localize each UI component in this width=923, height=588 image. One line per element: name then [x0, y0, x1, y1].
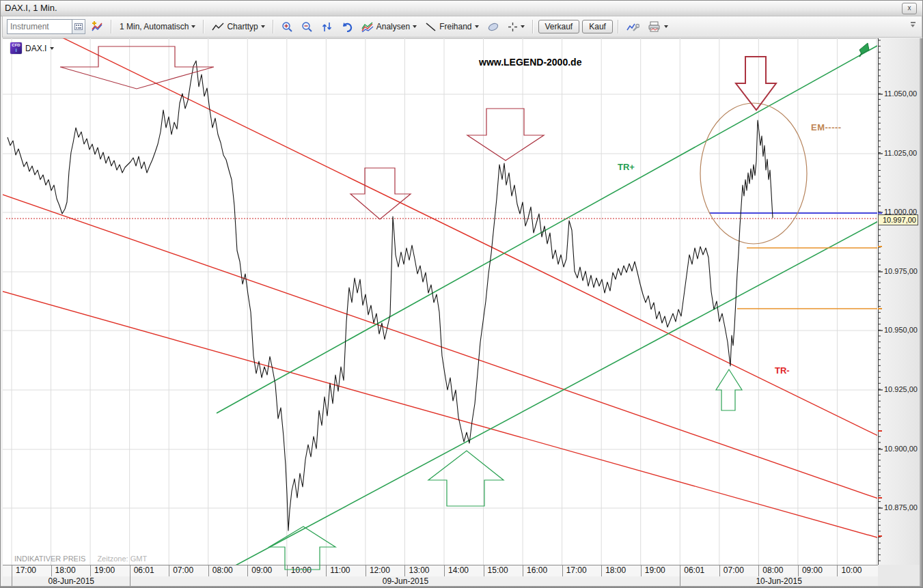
date-axis-label: 08-Jun-2015: [12, 576, 130, 586]
crosshair-icon: [508, 22, 518, 32]
chevron-down-icon: [413, 25, 417, 28]
instrument-legend[interactable]: CFDi DAX.I: [10, 42, 54, 54]
undo-button[interactable]: [338, 20, 356, 34]
price-axis-label: 11.050,00: [884, 89, 917, 98]
time-axis-label: 09:00: [798, 565, 838, 576]
time-axis-label: 16:00: [523, 565, 562, 576]
chart-window: DAX.I, 1 Min. x 1 Min, Automatisch Chart: [0, 0, 923, 588]
time-axis-label: 19:00: [90, 565, 130, 576]
price-axis-label: 11.025,00: [884, 149, 917, 157]
zoom-out-button[interactable]: [299, 20, 316, 34]
toolbar-separator: [273, 20, 274, 33]
chevron-down-icon: [475, 25, 479, 28]
toolbar-separator: [111, 20, 112, 33]
time-axis-label: 18:00: [51, 565, 91, 576]
time-axis-label: 19:00: [641, 565, 680, 576]
chart-plot-area[interactable]: [3, 38, 878, 565]
zoom-in-button[interactable]: [279, 20, 296, 34]
analyses-dropdown[interactable]: Analysen: [359, 20, 419, 33]
time-axis-label: 13:00: [404, 565, 444, 576]
analyses-label: Analysen: [376, 22, 410, 31]
time-axis-label: 12:00: [366, 565, 405, 576]
title-bar[interactable]: DAX.I, 1 Min. x: [1, 1, 922, 16]
freehand-label: Freihand: [439, 22, 471, 31]
date-axis-label: 09-Jun-2015: [130, 576, 681, 586]
indicative-price-label: INDIKATIVER PREIS: [14, 555, 85, 563]
time-axis-label: 07:00: [169, 565, 208, 576]
crosshair-dropdown[interactable]: [505, 20, 527, 33]
toolbar-separator: [203, 20, 204, 33]
date-axis-label: 10-Jun-2015: [680, 576, 877, 586]
price-axis-label: 10.975,00: [884, 267, 918, 275]
current-price-label: 10.997,00: [878, 214, 918, 225]
pan-arrows-icon: [321, 21, 333, 33]
time-axis-label: 14:00: [444, 565, 484, 576]
close-icon: x: [908, 4, 911, 12]
timezone-label: Zeitzone: GMT: [97, 555, 147, 563]
analyses-icon: [361, 22, 374, 32]
close-button[interactable]: x: [902, 3, 917, 14]
chart-add-button[interactable]: [88, 19, 106, 34]
price-axis-label: 10.875,00: [884, 503, 918, 512]
sell-button[interactable]: Verkauf: [538, 20, 580, 33]
toolbar-overflow-button[interactable]: [909, 22, 918, 30]
time-axis-label: 10:00: [287, 565, 327, 576]
chart-wrench-icon: [626, 21, 639, 33]
chevron-down-icon: [521, 25, 525, 28]
pan-scale-button[interactable]: [318, 20, 335, 34]
chevron-down-icon: [261, 25, 265, 28]
zoom-in-icon: [281, 21, 293, 33]
right-scroll-strip[interactable]: [920, 38, 922, 586]
eraser-icon: [487, 22, 499, 32]
price-axis-label: 10.925,00: [884, 385, 918, 393]
charttype-label: Charttyp: [227, 22, 258, 31]
time-axis-label: 11:00: [326, 565, 366, 576]
print-dropdown[interactable]: [645, 20, 671, 33]
time-axis-label: 17:00: [562, 565, 602, 576]
instrument-input[interactable]: [7, 19, 72, 34]
buy-button[interactable]: Kauf: [582, 20, 613, 33]
cfd-badge-icon: CFDi: [10, 42, 22, 54]
toolbar-separator: [532, 20, 534, 33]
time-axis-label: 07:00: [719, 565, 759, 576]
toolbar: 1 Min, Automatisch Charttyp: [2, 16, 922, 38]
status-text: INDIKATIVER PREIS Zeitzone: GMT: [14, 555, 147, 563]
time-axis-label: 06:01: [680, 565, 719, 576]
zoom-out-icon: [301, 21, 313, 33]
time-axis-label: 09:00: [247, 565, 287, 576]
time-axis-label: 15:00: [484, 565, 523, 576]
time-axis-label: 08:00: [758, 565, 798, 576]
chart-add-icon: [91, 20, 103, 33]
undo-icon: [341, 21, 353, 33]
chart-tools-button[interactable]: [624, 20, 642, 34]
date-axis: 08-Jun-201509-Jun-201510-Jun-2015: [3, 576, 878, 587]
price-axis[interactable]: 11.050,0011.025,0011.000,0010.975,0010.9…: [878, 38, 920, 565]
time-axis[interactable]: 17:0018:0019:0006:0107:0008:0009:0010:00…: [3, 565, 878, 577]
keyboard-icon: [74, 23, 83, 30]
time-axis-label: 18:00: [601, 565, 641, 576]
axis-corner: [878, 565, 920, 586]
charttype-icon: [212, 22, 224, 31]
instrument-lookup-button[interactable]: [72, 19, 85, 34]
chevron-down-icon: [664, 25, 668, 28]
toolbar-separator: [618, 20, 619, 33]
timeframe-label: 1 Min, Automatisch: [120, 22, 189, 31]
charttype-dropdown[interactable]: Charttyp: [209, 20, 267, 33]
time-axis-label: 10:00: [837, 565, 877, 576]
eraser-button[interactable]: [484, 20, 502, 33]
price-axis-label: 10.950,00: [884, 326, 918, 334]
time-axis-label: 08:00: [208, 565, 248, 576]
freehand-dropdown[interactable]: Freihand: [422, 20, 481, 33]
chevron-down-icon: [191, 25, 195, 28]
price-axis-label: 10.900,00: [884, 445, 918, 453]
freehand-line-icon: [425, 22, 437, 32]
printer-icon: [648, 21, 661, 32]
window-title: DAX.I, 1 Min.: [5, 3, 57, 13]
time-axis-label: 06:01: [130, 565, 169, 576]
legend-symbol-label: DAX.I: [25, 44, 46, 53]
timeframe-dropdown[interactable]: 1 Min, Automatisch: [117, 20, 198, 33]
chevron-down-icon: [50, 47, 54, 50]
time-axis-label: 17:00: [12, 565, 51, 576]
